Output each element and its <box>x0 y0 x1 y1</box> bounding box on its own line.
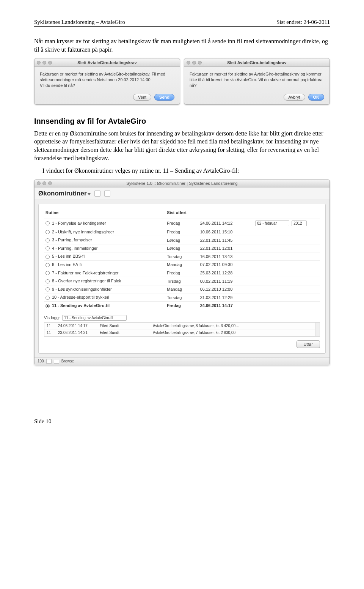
delete-dialog-print: Slett AvtaleGiro-betalingskrav Fakturaen… <box>184 58 330 105</box>
vis-logg-label: Vis logg: <box>44 315 60 320</box>
delete-dialog-send: Slett AvtaleGiro-betalingskrav Fakturaen… <box>34 58 180 105</box>
table-row[interactable]: 1 - Fornyelse av kontingenterFredag24.06… <box>44 219 320 228</box>
col-blank-date <box>199 208 254 219</box>
routine-label: 5 - Les inn BBS-fil <box>52 254 85 258</box>
routine-radio[interactable] <box>46 238 50 243</box>
col-rutine: Rutine <box>44 208 165 219</box>
table-row[interactable]: 2 - Utskrift, nye innmeldingsgiroerFreda… <box>44 228 320 236</box>
routine-extra <box>254 269 320 277</box>
vis-logg-row: Vis logg: 11 - Sending av AvtaleGiro-fil <box>44 315 320 321</box>
routine-label: 1 - Fornyelse av kontingenter <box>52 221 106 225</box>
wait-button[interactable]: Vent <box>133 94 151 101</box>
table-row[interactable]: 6 - Les inn EA-filMandag07.02.2011 09:30 <box>44 261 320 269</box>
table-row[interactable]: 10 - Adresse-eksport til trykkeriTorsdag… <box>44 293 320 302</box>
month-select[interactable]: 02 - februar <box>255 220 289 226</box>
okonomirutiner-window: Syklistene 1.0 :: Økonomirutiner | Sykli… <box>34 180 330 365</box>
utfor-button[interactable]: Utfør <box>297 340 320 348</box>
table-row[interactable]: 5 - Les inn BBS-filTorsdag16.06.2011 13:… <box>44 252 320 261</box>
table-row[interactable]: 8 - Overfør nye registreringer til Falck… <box>44 277 320 285</box>
table-row[interactable]: 4 - Purring, innmeldingerLørdag22.01.201… <box>44 244 320 252</box>
print-icon[interactable] <box>94 191 100 197</box>
scrollbar[interactable] <box>315 323 320 336</box>
table-row[interactable]: 9 - Løs synkroniseringskonflikterMandag0… <box>44 285 320 293</box>
routine-radio[interactable] <box>46 296 50 300</box>
routine-date: 24.06.2011 14:17 <box>199 302 254 310</box>
routine-radio[interactable] <box>46 246 50 250</box>
vis-logg-select[interactable]: 11 - Sending av AvtaleGiro-fil <box>62 315 127 321</box>
routine-radio[interactable] <box>46 263 50 267</box>
dialog-title: Slett AvtaleGiro-betalingskrav <box>35 60 180 65</box>
col-blank-extra <box>254 208 320 219</box>
routine-label: 10 - Adresse-eksport til trykkeri <box>52 295 109 299</box>
table-row[interactable]: 11 - Sending av AvtaleGiro-filFredag24.0… <box>44 302 320 310</box>
routine-label: 3 - Purring, fornyelser <box>52 238 92 242</box>
log-cell-msg: AvtaleGiro betalingskrav, 8 fakturaer, k… <box>153 324 317 328</box>
dialog-titlebar: Slett AvtaleGiro-betalingskrav <box>184 58 329 67</box>
routine-day: Mandag <box>165 261 198 269</box>
routine-date: 06.12.2010 12:00 <box>199 285 254 293</box>
table-row[interactable]: 3 - Purring, fornyelserLørdag22.01.2011 … <box>44 236 320 244</box>
routine-date: 08.02.2011 11:19 <box>199 277 254 285</box>
toolbar-title[interactable]: Økonomirutiner <box>38 190 91 197</box>
routine-radio[interactable] <box>46 221 50 225</box>
routine-label: 6 - Les inn EA-fil <box>52 262 83 267</box>
routine-label: 7 - Fakturer nye Falck-registreringer <box>52 271 118 275</box>
section-paragraph-1: Dette er en ny Økonomirutine som brukes … <box>34 129 330 162</box>
routine-label: 4 - Purring, innmeldinger <box>52 246 97 250</box>
log-cell-n: 11 <box>47 331 58 335</box>
routine-day: Torsdag <box>165 252 198 261</box>
routine-extra <box>254 302 320 310</box>
dialog-body: Fakturaen er merket for sletting av Avta… <box>190 71 324 88</box>
page-header: Syklistenes Landsforening – AvtaleGiro S… <box>34 19 330 27</box>
routine-extra <box>254 228 320 236</box>
header-left: Syklistenes Landsforening – AvtaleGiro <box>34 19 125 25</box>
routine-radio[interactable] <box>46 271 50 275</box>
routine-radio[interactable] <box>46 279 50 283</box>
log-cell-dt: 23.06.2011 14:31 <box>58 331 100 335</box>
log-cell-who: Eilert Sundt <box>100 331 153 335</box>
routines-table: Rutine Sist utført 1 - Fornyelse av kont… <box>44 208 320 310</box>
log-cell-dt: 24.06.2011 14:17 <box>58 324 100 328</box>
routine-day: Lørdag <box>165 236 198 244</box>
routine-label: 2 - Utskrift, nye innmeldingsgiroer <box>52 230 114 234</box>
routine-radio[interactable] <box>46 287 50 291</box>
status-mode: Browse <box>61 359 74 363</box>
header-right: Sist endret: 24-06-2011 <box>276 19 330 25</box>
cancel-button[interactable]: Avbryt <box>284 94 305 101</box>
chevron-down-icon[interactable] <box>88 193 91 195</box>
routine-date: 22.01.2011 12:01 <box>199 244 254 252</box>
routine-day: Mandag <box>165 285 198 293</box>
routine-date: 10.06.2011 15:10 <box>199 228 254 236</box>
log-cell-n: 11 <box>47 324 58 328</box>
app-titlebar: Syklistene 1.0 :: Økonomirutiner | Sykli… <box>35 180 329 187</box>
log-row: 1124.06.2011 14:17Eilert SundtAvtaleGiro… <box>44 323 320 329</box>
log-cell-msg: AvtaleGiro betalingskrav, 7 fakturaer, k… <box>153 331 317 335</box>
year-select[interactable]: 2012 <box>292 220 307 226</box>
routine-label: 8 - Overfør nye registreringer til Falck <box>52 279 121 283</box>
dialog-row: Slett AvtaleGiro-betalingskrav Fakturaen… <box>34 58 330 105</box>
routine-label: 11 - Sending av AvtaleGiro-fil <box>52 303 110 308</box>
ok-button[interactable]: OK <box>308 94 325 101</box>
app-title: Syklistene 1.0 :: Økonomirutiner | Sykli… <box>35 181 329 186</box>
nav-list-icon[interactable] <box>54 359 59 364</box>
routine-radio[interactable] <box>46 230 50 234</box>
log-row: 1123.06.2011 14:31Eilert SundtAvtaleGiro… <box>44 329 320 336</box>
routine-extra <box>254 293 320 302</box>
send-button[interactable]: Send <box>154 94 174 101</box>
table-row[interactable]: 7 - Fakturer nye Falck-registreringerFre… <box>44 269 320 277</box>
dialog-titlebar: Slett AvtaleGiro-betalingskrav <box>35 58 180 67</box>
routine-radio[interactable] <box>46 304 50 308</box>
routine-date: 22.01.2011 11:45 <box>199 236 254 244</box>
routine-day: Fredag <box>165 219 198 228</box>
routine-date: 31.03.2011 12:29 <box>199 293 254 302</box>
routine-extra <box>254 236 320 244</box>
routine-day: Fredag <box>165 302 198 310</box>
routine-day: Lørdag <box>165 244 198 252</box>
export-icon[interactable] <box>104 191 110 197</box>
routine-radio[interactable] <box>46 255 50 259</box>
toolbar-title-text: Økonomirutiner <box>38 190 87 197</box>
routine-date: 24.06.2011 14:12 <box>199 219 254 228</box>
nav-first-icon[interactable] <box>46 359 52 364</box>
dialog-title: Slett AvtaleGiro-betalingskrav <box>184 60 329 65</box>
routine-date: 25.03.2011 12:28 <box>199 269 254 277</box>
